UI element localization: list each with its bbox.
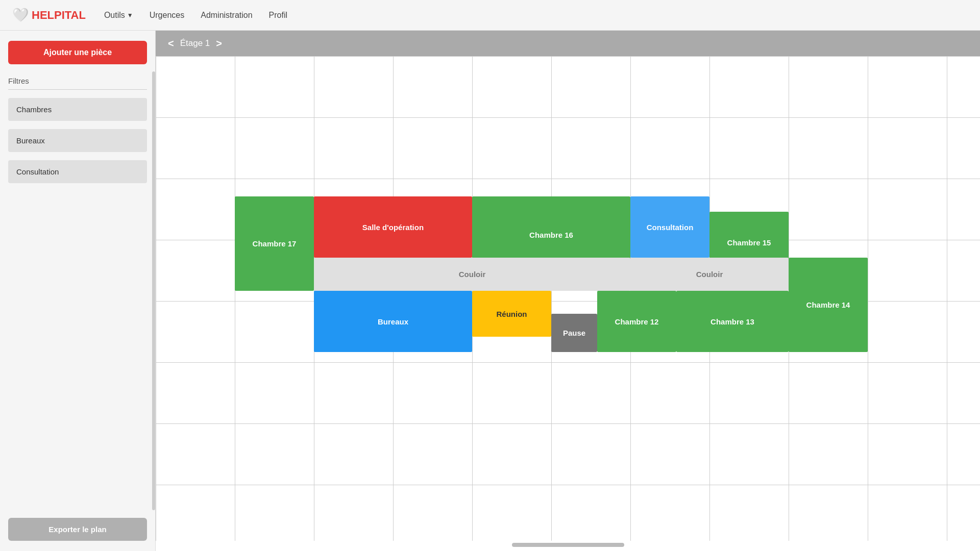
room-chambre17[interactable]: Chambre 17 xyxy=(235,196,314,291)
room-chambre13[interactable]: Chambre 13 xyxy=(676,291,789,352)
floor-prev-button[interactable]: < xyxy=(168,38,174,49)
main-layout: Ajouter une pièce Filtres Chambres Burea… xyxy=(0,31,980,551)
floor-next-button[interactable]: > xyxy=(216,38,222,49)
nav-administration[interactable]: Administration xyxy=(201,11,252,20)
room-couloir2[interactable]: Couloir xyxy=(630,258,789,291)
navbar: 🤍 HELPITAL Outils ▼ Urgences Administrat… xyxy=(0,0,980,31)
filter-bureaux[interactable]: Bureaux xyxy=(8,129,147,152)
nav-outils[interactable]: Outils ▼ xyxy=(104,11,133,20)
room-couloir1[interactable]: Couloir xyxy=(314,258,630,291)
room-pause[interactable]: Pause xyxy=(551,314,597,352)
logo[interactable]: 🤍 HELPITAL xyxy=(12,7,86,23)
room-salle-operation[interactable]: Salle d'opération xyxy=(314,196,472,258)
filters-label: Filtres xyxy=(8,77,147,90)
nav-links: Outils ▼ Urgences Administration Profil xyxy=(104,11,287,20)
filter-consultation[interactable]: Consultation xyxy=(8,160,147,183)
nav-profil[interactable]: Profil xyxy=(269,11,287,20)
floor-area: < Étage 1 > Chambre 17Salle d'opérationC… xyxy=(156,31,980,551)
room-chambre12[interactable]: Chambre 12 xyxy=(597,291,676,352)
filter-chambres[interactable]: Chambres xyxy=(8,98,147,121)
export-button[interactable]: Exporter le plan xyxy=(8,518,147,541)
floor-grid-container[interactable]: Chambre 17Salle d'opérationChambre 16Con… xyxy=(156,56,980,551)
heart-icon: 🤍 xyxy=(12,7,29,23)
logo-text: HELPITAL xyxy=(32,9,86,22)
room-chambre14[interactable]: Chambre 14 xyxy=(789,258,868,352)
horizontal-scrollbar[interactable] xyxy=(512,543,624,547)
floor-nav: < Étage 1 > xyxy=(156,31,980,56)
sidebar: Ajouter une pièce Filtres Chambres Burea… xyxy=(0,31,156,551)
room-bureaux[interactable]: Bureaux xyxy=(314,291,472,352)
dropdown-arrow-icon: ▼ xyxy=(127,12,133,19)
floor-grid: Chambre 17Salle d'opérationChambre 16Con… xyxy=(156,56,980,541)
room-consultation[interactable]: Consultation xyxy=(630,196,709,258)
sidebar-scrollbar[interactable] xyxy=(152,71,155,510)
room-reunion[interactable]: Réunion xyxy=(472,291,551,337)
floor-title: Étage 1 xyxy=(180,38,210,48)
add-room-button[interactable]: Ajouter une pièce xyxy=(8,41,147,64)
nav-urgences[interactable]: Urgences xyxy=(150,11,184,20)
